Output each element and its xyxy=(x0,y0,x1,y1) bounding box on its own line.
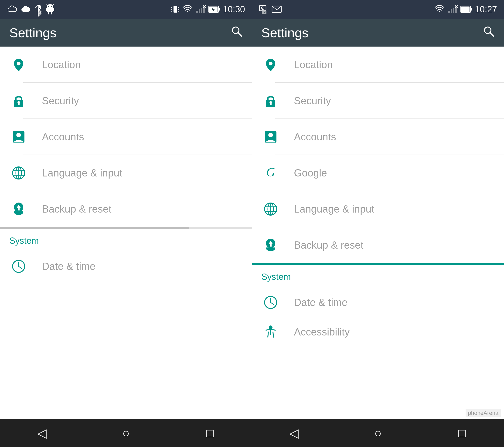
accounts-icon-1 xyxy=(9,128,28,146)
scroll-thumb-2 xyxy=(252,263,504,265)
email-icon xyxy=(271,4,282,15)
settings-item-backup-2[interactable]: Backup & reset xyxy=(252,227,504,263)
svg-point-33 xyxy=(16,133,21,137)
svg-rect-11 xyxy=(171,7,172,8)
wifi-icon xyxy=(182,4,193,15)
app-bar-1: Settings xyxy=(0,19,252,47)
accounts-label-1: Accounts xyxy=(42,131,84,143)
svg-point-2 xyxy=(51,6,52,7)
status-icons-left-1 xyxy=(7,4,54,15)
svg-rect-24 xyxy=(218,8,220,11)
settings-item-security-2[interactable]: Security xyxy=(252,83,504,119)
lock-icon-2 xyxy=(261,91,280,110)
scroll-indicator-1 xyxy=(0,227,252,229)
status-icons-right-1: 10:30 xyxy=(171,4,245,15)
signal-off-icon xyxy=(195,4,206,15)
location-icon-1 xyxy=(9,55,28,74)
wifi-icon-2 xyxy=(434,4,445,15)
settings-item-language-2[interactable]: Language & input xyxy=(252,191,504,227)
settings-list-1: Location Security xyxy=(0,47,252,419)
settings-item-backup-1[interactable]: Backup & reset xyxy=(0,191,252,227)
android-icon xyxy=(46,4,54,15)
accessibility-icon-2 xyxy=(261,323,280,341)
scroll-indicator-2 xyxy=(252,263,504,265)
settings-item-location-1[interactable]: Location xyxy=(0,47,252,83)
google-label-2: Google xyxy=(294,167,327,179)
system-header-1: System xyxy=(0,229,252,248)
svg-point-44 xyxy=(18,266,19,267)
panel-1: 10:30 Settings Location xyxy=(0,0,252,447)
screenshot-icon xyxy=(259,4,268,15)
app-bar-2: Settings xyxy=(252,19,504,47)
settings-item-security-1[interactable]: Security xyxy=(0,83,252,119)
google-icon-2: G xyxy=(261,164,280,182)
svg-line-27 xyxy=(238,33,242,36)
svg-rect-53 xyxy=(451,9,452,13)
lock-icon-1 xyxy=(9,91,28,110)
svg-rect-10 xyxy=(174,6,177,13)
scroll-thumb-1 xyxy=(0,227,189,229)
status-bar-2: 10:27 xyxy=(252,0,504,19)
back-btn-1[interactable]: ◁ xyxy=(30,421,54,445)
settings-item-accounts-2[interactable]: Accounts xyxy=(252,119,504,155)
svg-rect-6 xyxy=(48,12,49,15)
panel-2: 10:27 Settings xyxy=(252,0,504,447)
svg-rect-52 xyxy=(448,11,450,13)
signal-off-icon-2 xyxy=(447,4,458,15)
clock-icon-2 xyxy=(261,293,280,312)
svg-rect-13 xyxy=(171,11,172,12)
globe-icon-1 xyxy=(9,164,28,182)
svg-point-81 xyxy=(270,302,271,303)
settings-item-accounts-1[interactable]: Accounts xyxy=(0,119,252,155)
svg-point-28 xyxy=(17,62,20,65)
security-label-2: Security xyxy=(294,95,331,107)
cloud-icon xyxy=(20,4,31,15)
vibrate-icon xyxy=(171,4,180,15)
settings-item-accessibility-2[interactable]: Accessibility xyxy=(252,320,504,344)
home-btn-1[interactable]: ○ xyxy=(114,421,138,445)
time-1: 10:30 xyxy=(223,4,245,15)
svg-line-9 xyxy=(53,4,54,6)
search-icon-1[interactable] xyxy=(231,25,243,40)
recents-btn-2[interactable]: □ xyxy=(450,421,474,445)
status-icons-left-2 xyxy=(259,4,282,15)
language-label-2: Language & input xyxy=(294,203,374,215)
accounts-icon-2 xyxy=(261,128,280,146)
svg-point-66 xyxy=(270,101,272,103)
svg-point-82 xyxy=(269,326,272,329)
globe-icon-2 xyxy=(261,200,280,218)
svg-rect-3 xyxy=(47,8,53,12)
svg-rect-5 xyxy=(53,8,54,11)
status-bar-1: 10:30 xyxy=(0,0,252,19)
system-header-2: System xyxy=(252,265,504,284)
battery-icon xyxy=(208,4,220,15)
svg-rect-60 xyxy=(461,6,469,12)
settings-item-language-1[interactable]: Language & input xyxy=(0,155,252,191)
svg-line-62 xyxy=(490,33,494,36)
settings-item-location-2[interactable]: Location xyxy=(252,47,504,83)
home-btn-2[interactable]: ○ xyxy=(366,421,390,445)
bluetooth-icon xyxy=(34,4,42,15)
settings-item-datetime-2[interactable]: Date & time xyxy=(252,284,504,320)
svg-point-1 xyxy=(48,6,49,7)
watermark: phoneArena xyxy=(466,409,501,417)
panel-2-wrapper: 10:27 Settings xyxy=(252,0,504,447)
svg-rect-48 xyxy=(262,11,267,14)
svg-rect-16 xyxy=(179,11,179,12)
security-label-1: Security xyxy=(42,95,79,107)
svg-rect-12 xyxy=(171,9,172,10)
recents-btn-1[interactable]: □ xyxy=(198,421,222,445)
settings-item-google-2[interactable]: G Google xyxy=(252,155,504,191)
search-icon-2[interactable] xyxy=(483,25,495,40)
backup-label-2: Backup & reset xyxy=(294,239,363,251)
clock-icon-1 xyxy=(9,257,28,276)
svg-rect-17 xyxy=(196,11,198,13)
time-2: 10:27 xyxy=(475,4,497,15)
settings-item-datetime-1[interactable]: Date & time xyxy=(0,248,252,284)
app-title-2: Settings xyxy=(261,25,308,40)
svg-line-8 xyxy=(47,4,48,6)
svg-rect-4 xyxy=(46,8,47,11)
back-btn-2[interactable]: ◁ xyxy=(282,421,306,445)
svg-rect-59 xyxy=(470,8,472,11)
location-label-2: Location xyxy=(294,59,333,70)
